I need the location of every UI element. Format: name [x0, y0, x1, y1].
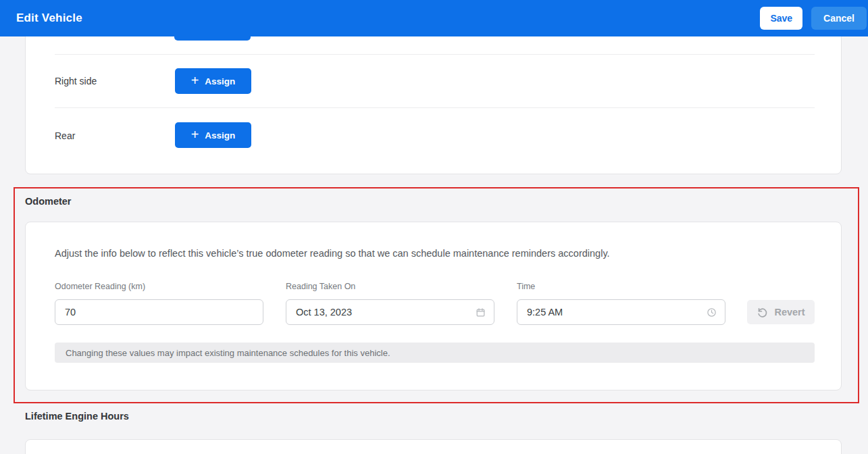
odometer-section-heading: Odometer [25, 196, 72, 207]
header: Edit Vehicle Save Cancel [0, 0, 868, 36]
odometer-description: Adjust the info below to reflect this ve… [55, 248, 610, 259]
odometer-card: Adjust the info below to reflect this ve… [25, 222, 842, 390]
time-field-wrap [517, 299, 725, 325]
time-label: Time [517, 282, 535, 291]
photo-row-label-right-side: Right side [55, 76, 97, 86]
engine-hours-card [25, 439, 842, 454]
reading-taken-on-field-wrap [286, 299, 494, 325]
row-divider [55, 54, 815, 55]
odometer-reading-label: Odometer Reading (km) [55, 282, 145, 291]
assign-right-side-button[interactable]: + Assign [175, 68, 251, 94]
header-actions: Save Cancel [760, 7, 867, 30]
odometer-reading-input[interactable] [55, 300, 255, 324]
cancel-button[interactable]: Cancel [811, 7, 867, 30]
revert-arrow-icon [757, 307, 768, 318]
photo-row-label-rear: Rear [55, 130, 75, 141]
reading-taken-on-label: Reading Taken On [286, 282, 355, 291]
odometer-warning: Changing these values may impact existin… [55, 343, 815, 363]
page-title: Edit Vehicle [16, 11, 82, 25]
calendar-icon[interactable] [476, 307, 486, 318]
row-divider [55, 107, 815, 108]
odometer-reading-field-wrap [55, 299, 263, 325]
reading-taken-on-input[interactable] [286, 300, 476, 324]
clock-icon[interactable] [707, 307, 717, 318]
assign-rear-button[interactable]: + Assign [175, 122, 251, 148]
save-button[interactable]: Save [760, 7, 802, 30]
plus-icon: + [191, 74, 199, 87]
plus-icon: + [191, 128, 199, 141]
revert-button[interactable]: Revert [747, 300, 815, 324]
engine-hours-section-heading: Lifetime Engine Hours [25, 411, 129, 422]
time-input[interactable] [517, 300, 707, 324]
